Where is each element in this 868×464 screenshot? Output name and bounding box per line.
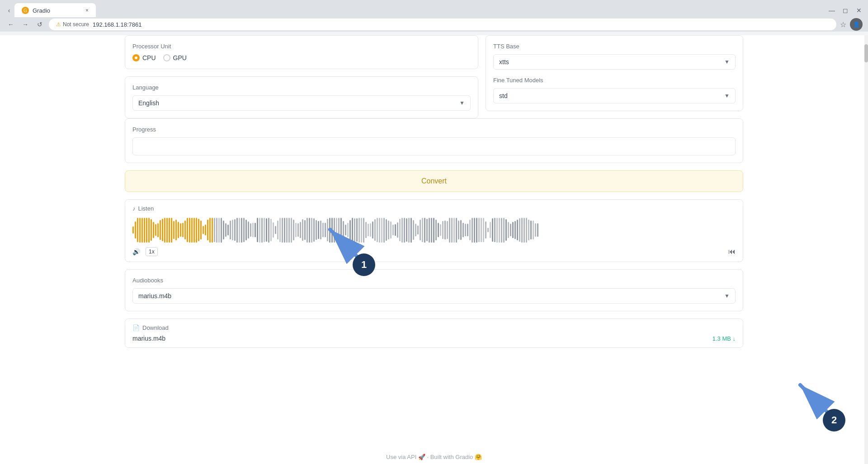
speed-badge[interactable]: 1x [146, 247, 158, 256]
waveform-bar [413, 220, 414, 240]
browser-tab[interactable]: G Gradio × [14, 3, 96, 18]
waveform-bar [424, 218, 425, 243]
audio-label: ♪ Listen [132, 205, 736, 212]
waveform-bar [275, 226, 276, 234]
audiobooks-dropdown[interactable]: marius.m4b ▼ [132, 288, 736, 304]
waveform-bar [153, 222, 154, 238]
waveform-bar [243, 218, 245, 242]
waveform-bar [359, 218, 360, 243]
close-window-button[interactable]: ✕ [854, 5, 864, 16]
cpu-radio[interactable] [132, 54, 140, 61]
scrollbar[interactable] [864, 35, 868, 464]
waveform-bar [184, 220, 186, 239]
waveform-bar [496, 218, 498, 243]
tts-base-arrow: ▼ [724, 59, 730, 65]
waveform-bar [146, 218, 147, 243]
waveform-bar [169, 218, 170, 243]
language-dropdown[interactable]: English ▼ [132, 95, 471, 111]
waveform-bar [415, 224, 416, 236]
waveform-bar [383, 218, 385, 243]
waveform-bar [203, 226, 204, 234]
listen-label: Listen [138, 205, 154, 212]
waveform-bar [139, 218, 141, 243]
volume-icon[interactable]: 🔊 [132, 248, 140, 255]
footer-text: Use via API 🚀 · Built with Gradio 🤗 [386, 454, 482, 460]
waveform-bar [453, 218, 455, 243]
waveform-bar [537, 223, 538, 237]
download-size[interactable]: 1.3 MB ↓ [712, 335, 736, 342]
browser-back-button[interactable]: ‹ [4, 5, 14, 16]
waveform-bar [524, 218, 525, 243]
top-row: Processor Unit CPU GPU Languag [125, 35, 743, 118]
waveform-bar [456, 218, 457, 243]
download-label: Download [142, 324, 169, 331]
processor-radio-group: CPU GPU [132, 54, 471, 61]
waveform-bar [535, 223, 536, 237]
waveform-bar [142, 218, 143, 243]
fine-tuned-label: Fine Tuned Models [493, 77, 736, 84]
waveform-bar [379, 218, 380, 243]
convert-button[interactable]: Convert [125, 170, 743, 192]
minimize-button[interactable]: — [826, 5, 837, 16]
fine-tuned-dropdown[interactable]: std ▼ [493, 88, 736, 103]
processor-unit-card: Processor Unit CPU GPU [125, 35, 478, 69]
right-panel: TTS Base xtts ▼ Fine Tuned Models std ▼ [486, 35, 743, 118]
waveform-bar [472, 218, 473, 243]
waveform-bar [189, 218, 190, 243]
waveform-bar [401, 218, 403, 243]
waveform-bar [171, 218, 172, 243]
download-filename[interactable]: marius.m4b [132, 335, 165, 342]
waveform-bar [372, 221, 373, 239]
forward-button[interactable]: → [20, 19, 31, 30]
progress-label: Progress [132, 126, 736, 133]
waveform-bar [216, 218, 217, 243]
profile-avatar[interactable]: 👤 [850, 18, 863, 31]
annotation-2: 2 [787, 371, 841, 427]
back-button[interactable]: ← [5, 19, 16, 30]
waveform-bar [336, 218, 337, 243]
refresh-button[interactable]: ↺ [34, 19, 45, 30]
tab-close-button[interactable]: × [85, 7, 89, 14]
waveform-bar [397, 222, 398, 238]
waveform-bar [313, 218, 315, 242]
restore-button[interactable]: ◻ [840, 5, 851, 16]
gpu-option[interactable]: GPU [163, 54, 187, 61]
tab-bar: ‹ G Gradio × — ◻ ✕ [0, 0, 868, 17]
waveform-bar [302, 219, 303, 240]
waveform-bar [345, 225, 346, 235]
waveform-bar [273, 222, 274, 238]
waveform-bar [191, 218, 193, 243]
waveform-bar [395, 224, 396, 235]
waveform-bar [478, 218, 480, 242]
waveform-bar [338, 218, 340, 242]
gpu-radio[interactable] [163, 54, 170, 61]
waveform-bar [155, 224, 156, 236]
address-field[interactable]: ⚠ Not secure 192.168.1.18:7861 [49, 19, 836, 30]
rewind-button[interactable]: ⏮ [728, 248, 736, 256]
waveform-bar [175, 220, 177, 240]
waveform-bar [325, 223, 326, 238]
audio-player-section: ♪ Listen 🔊 1x ⏮ [125, 199, 743, 262]
waveform-bar [483, 218, 484, 243]
bookmark-icon[interactable]: ☆ [840, 20, 846, 29]
browser-chrome: ‹ G Gradio × — ◻ ✕ ← → ↺ ⚠ Not secure 19… [0, 0, 868, 32]
scrollbar-thumb[interactable] [864, 44, 868, 62]
waveform-bar [205, 225, 206, 235]
progress-card: Progress [125, 118, 743, 163]
waveform-bar [178, 222, 179, 239]
footer: Use via API 🚀 · Built with Gradio 🤗 [0, 446, 868, 464]
waveform-bar [232, 220, 233, 240]
tts-base-dropdown[interactable]: xtts ▼ [493, 54, 736, 70]
page-content: Processor Unit CPU GPU Languag [0, 35, 868, 464]
cpu-option[interactable]: CPU [132, 54, 156, 61]
waveform-bar [245, 220, 247, 240]
svg-line-3 [800, 385, 827, 412]
waveform-bar [293, 220, 294, 241]
waveform[interactable] [132, 216, 736, 244]
tts-base-selected: xtts [499, 58, 509, 66]
waveform-bar [182, 223, 184, 237]
file-icon: 📄 [132, 324, 140, 331]
processor-unit-label: Processor Unit [132, 43, 471, 50]
waveform-bar [392, 225, 394, 235]
waveform-bar [334, 218, 335, 243]
